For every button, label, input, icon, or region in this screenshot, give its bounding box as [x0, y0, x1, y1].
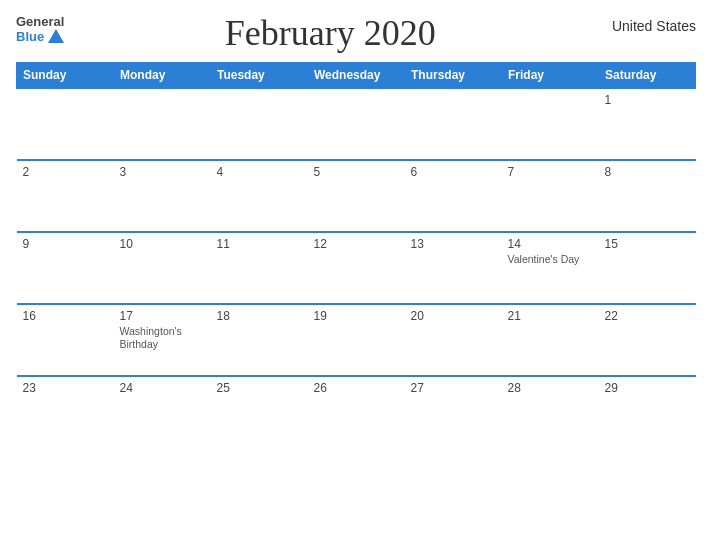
day-cell: 23 [17, 376, 114, 448]
day-cell [114, 88, 211, 160]
header-friday: Friday [502, 62, 599, 88]
day-number: 6 [411, 165, 496, 179]
day-cell: 18 [211, 304, 308, 376]
week-row-3: 1617Washington's Birthday1819202122 [17, 304, 696, 376]
calendar-table: Sunday Monday Tuesday Wednesday Thursday… [16, 62, 696, 448]
day-number: 19 [314, 309, 399, 323]
day-cell: 8 [599, 160, 696, 232]
day-cell: 4 [211, 160, 308, 232]
day-cell: 1 [599, 88, 696, 160]
day-cell: 5 [308, 160, 405, 232]
day-cell: 26 [308, 376, 405, 448]
logo-triangle-icon [48, 29, 64, 43]
day-cell [502, 88, 599, 160]
day-number: 4 [217, 165, 302, 179]
day-cell [17, 88, 114, 160]
header-wednesday: Wednesday [308, 62, 405, 88]
header-monday: Monday [114, 62, 211, 88]
day-number: 15 [605, 237, 690, 251]
header-saturday: Saturday [599, 62, 696, 88]
day-number: 11 [217, 237, 302, 251]
day-cell: 14Valentine's Day [502, 232, 599, 304]
day-number: 17 [120, 309, 205, 323]
event-label: Valentine's Day [508, 253, 593, 267]
event-label: Washington's Birthday [120, 325, 205, 352]
day-cell: 21 [502, 304, 599, 376]
day-number: 27 [411, 381, 496, 395]
day-number: 22 [605, 309, 690, 323]
header: General Blue February 2020 United States [16, 14, 696, 54]
day-cell: 9 [17, 232, 114, 304]
day-cell: 15 [599, 232, 696, 304]
day-number: 14 [508, 237, 593, 251]
day-number: 2 [23, 165, 108, 179]
header-tuesday: Tuesday [211, 62, 308, 88]
day-cell: 6 [405, 160, 502, 232]
week-row-1: 2345678 [17, 160, 696, 232]
week-row-0: 1 [17, 88, 696, 160]
day-number: 10 [120, 237, 205, 251]
day-number: 5 [314, 165, 399, 179]
header-sunday: Sunday [17, 62, 114, 88]
day-number: 24 [120, 381, 205, 395]
day-cell [405, 88, 502, 160]
day-number: 23 [23, 381, 108, 395]
day-cell: 24 [114, 376, 211, 448]
day-number: 21 [508, 309, 593, 323]
day-header-row: Sunday Monday Tuesday Wednesday Thursday… [17, 62, 696, 88]
day-cell: 28 [502, 376, 599, 448]
day-number: 25 [217, 381, 302, 395]
day-number: 26 [314, 381, 399, 395]
day-number: 13 [411, 237, 496, 251]
day-cell: 7 [502, 160, 599, 232]
day-cell: 2 [17, 160, 114, 232]
day-number: 18 [217, 309, 302, 323]
week-row-2: 91011121314Valentine's Day15 [17, 232, 696, 304]
day-number: 12 [314, 237, 399, 251]
day-cell: 19 [308, 304, 405, 376]
calendar-title-block: February 2020 [64, 14, 596, 54]
day-cell: 13 [405, 232, 502, 304]
day-number: 20 [411, 309, 496, 323]
day-number: 28 [508, 381, 593, 395]
calendar-title: February 2020 [64, 14, 596, 54]
day-number: 29 [605, 381, 690, 395]
logo-blue-text: Blue [16, 29, 44, 44]
day-number: 7 [508, 165, 593, 179]
day-cell [211, 88, 308, 160]
country-label: United States [596, 14, 696, 34]
day-cell: 27 [405, 376, 502, 448]
day-cell: 3 [114, 160, 211, 232]
day-cell: 22 [599, 304, 696, 376]
day-cell: 20 [405, 304, 502, 376]
day-number: 9 [23, 237, 108, 251]
logo: General Blue [16, 14, 64, 44]
day-cell: 10 [114, 232, 211, 304]
day-cell [308, 88, 405, 160]
calendar-page: General Blue February 2020 United States… [0, 0, 712, 550]
day-cell: 12 [308, 232, 405, 304]
day-cell: 17Washington's Birthday [114, 304, 211, 376]
day-cell: 29 [599, 376, 696, 448]
logo-general-text: General [16, 14, 64, 29]
header-thursday: Thursday [405, 62, 502, 88]
day-number: 3 [120, 165, 205, 179]
day-cell: 25 [211, 376, 308, 448]
day-number: 8 [605, 165, 690, 179]
day-cell: 16 [17, 304, 114, 376]
day-number: 16 [23, 309, 108, 323]
week-row-4: 23242526272829 [17, 376, 696, 448]
day-cell: 11 [211, 232, 308, 304]
day-number: 1 [605, 93, 690, 107]
